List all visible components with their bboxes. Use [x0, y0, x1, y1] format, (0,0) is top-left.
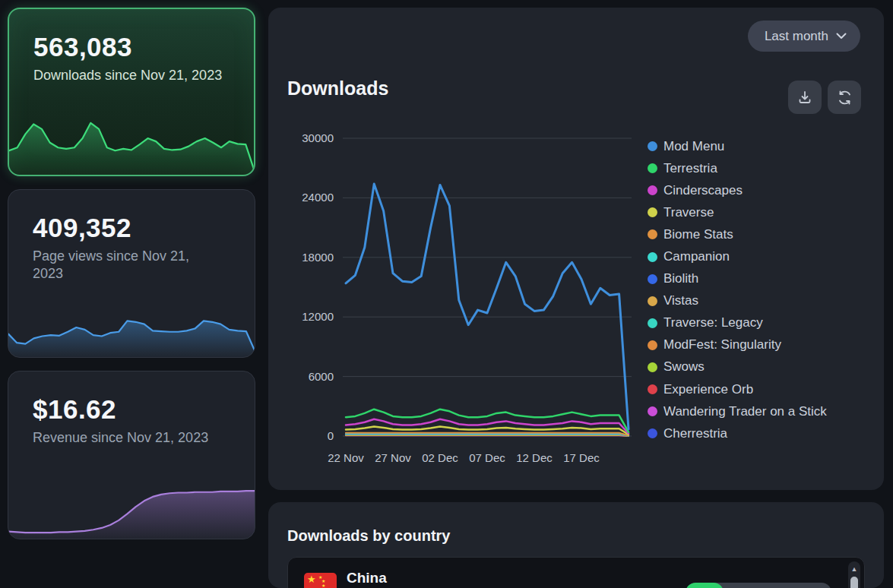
y-axis-tick-label: 30000	[268, 131, 334, 144]
legend-dot	[648, 185, 657, 195]
legend-dot	[648, 362, 657, 372]
downloads-chart: Mod MenuTerrestriaCinderscapesTraverseBi…	[268, 134, 884, 476]
legend-item[interactable]: ModFest: Singularity	[648, 334, 827, 356]
legend-dot	[648, 384, 657, 394]
country-panel-title: Downloads by country	[287, 527, 450, 545]
legend-dot	[648, 141, 657, 151]
y-axis-tick-label: 18000	[268, 251, 334, 264]
legend-label: Traverse: Legacy	[663, 315, 763, 330]
flag-star: ★	[307, 574, 316, 584]
chart-actions	[788, 81, 861, 114]
legend-label: Cherrestria	[663, 426, 727, 441]
legend-item[interactable]: Biome Stats	[648, 223, 827, 245]
stat-card-column: 563,083 Downloads since Nov 21, 2023 409…	[8, 8, 255, 588]
page-views-stat-value: 409,352	[33, 213, 255, 243]
downloads-stat-label: Downloads since Nov 21, 2023	[33, 67, 223, 84]
scrollbar-thumb[interactable]	[850, 577, 858, 588]
export-download-button[interactable]	[788, 81, 822, 114]
refresh-button[interactable]	[828, 81, 861, 114]
legend-dot	[648, 428, 657, 438]
legend-label: Cinderscapes	[663, 183, 743, 198]
page-views-stat-card: 409,352 Page views since Nov 21, 2023	[8, 189, 255, 358]
downloads-by-country-panel: Downloads by country ★ ★ ★ ★ ★ China	[268, 502, 884, 588]
legend-item[interactable]: Biolith	[648, 268, 827, 290]
revenue-sparkline	[8, 473, 255, 539]
legend-dot	[648, 252, 657, 262]
period-selector-dropdown[interactable]: Last month	[748, 21, 860, 52]
scrollbar-up-icon[interactable]: ▲	[848, 561, 860, 573]
downloads-panel-title: Downloads	[287, 77, 388, 100]
downloads-stat-text: 563,083 Downloads since Nov 21, 2023	[9, 9, 254, 84]
downloads-chart-plot[interactable]	[343, 134, 632, 439]
chart-legend: Mod MenuTerrestriaCinderscapesTraverseBi…	[648, 135, 827, 444]
legend-label: Mod Menu	[663, 139, 724, 154]
y-axis-tick-label: 0	[268, 429, 334, 442]
x-axis-tick-label: 12 Dec	[508, 451, 561, 464]
period-selector-label: Last month	[765, 29, 828, 44]
dashboard: 563,083 Downloads since Nov 21, 2023 409…	[0, 0, 893, 588]
legend-label: Vistas	[663, 293, 698, 308]
legend-label: Biome Stats	[663, 227, 733, 242]
page-views-stat-label: Page views since Nov 21, 2023	[33, 248, 223, 283]
x-axis-tick-label: 27 Nov	[366, 451, 420, 464]
legend-label: Swows	[663, 359, 705, 375]
y-axis-tick-label: 12000	[268, 310, 334, 323]
downloads-stat-value: 563,083	[33, 32, 254, 62]
legend-item[interactable]: Terrestria	[648, 157, 827, 179]
country-list-scrollbar[interactable]: ▲	[848, 561, 860, 588]
revenue-stat-card: $16.62 Revenue since Nov 21, 2023	[8, 371, 255, 539]
china-flag-icon: ★ ★ ★ ★ ★	[304, 573, 337, 588]
country-name: China	[347, 570, 387, 586]
legend-label: ModFest: Singularity	[663, 337, 781, 352]
legend-label: Terrestria	[663, 161, 717, 176]
chevron-down-icon	[836, 33, 847, 40]
legend-item[interactable]: Traverse: Legacy	[648, 312, 827, 334]
legend-item[interactable]: Wandering Trader on a Stick	[648, 400, 827, 422]
legend-dot	[648, 207, 657, 217]
legend-label: Biolith	[663, 271, 698, 286]
y-axis-tick-label: 6000	[268, 370, 334, 383]
downloads-stat-card: 563,083 Downloads since Nov 21, 2023	[8, 8, 255, 176]
revenue-stat-value: $16.62	[33, 394, 255, 425]
legend-item[interactable]: Experience Orb	[648, 378, 827, 400]
legend-dot	[648, 406, 657, 416]
legend-item[interactable]: Traverse	[648, 201, 827, 223]
legend-label: Campanion	[663, 249, 730, 264]
country-progress-fill	[686, 583, 724, 588]
legend-dot	[648, 229, 657, 239]
revenue-stat-label: Revenue since Nov 21, 2023	[33, 429, 223, 447]
legend-dot	[648, 340, 657, 350]
legend-item[interactable]: Cinderscapes	[648, 179, 827, 201]
legend-label: Experience Orb	[663, 382, 753, 397]
page-views-stat-text: 409,352 Page views since Nov 21, 2023	[8, 190, 255, 283]
legend-label: Traverse	[663, 205, 714, 220]
x-axis-tick-label: 17 Dec	[555, 451, 608, 464]
country-list: ★ ★ ★ ★ ★ China ▲	[287, 557, 865, 588]
legend-item[interactable]: Mod Menu	[648, 135, 827, 157]
legend-dot	[648, 163, 657, 173]
download-icon	[797, 90, 812, 105]
legend-dot	[648, 274, 657, 284]
legend-item[interactable]: Campanion	[648, 245, 827, 267]
refresh-icon	[837, 90, 853, 106]
legend-item[interactable]: Swows	[648, 356, 827, 378]
legend-dot	[648, 296, 657, 306]
legend-dot	[648, 318, 657, 328]
main-column: Last month Downloads	[268, 8, 884, 588]
downloads-sparkline	[9, 106, 254, 175]
y-axis-tick-label: 24000	[268, 191, 334, 204]
legend-label: Wandering Trader on a Stick	[663, 404, 827, 419]
legend-item[interactable]: Vistas	[648, 290, 827, 312]
country-row: ★ ★ ★ ★ ★ China	[288, 558, 864, 588]
page-views-sparkline	[8, 296, 255, 357]
country-progress-bar	[686, 583, 831, 588]
x-axis-tick-label: 07 Dec	[461, 451, 514, 464]
x-axis-tick-label: 02 Dec	[413, 451, 467, 464]
legend-item[interactable]: Cherrestria	[648, 422, 827, 444]
revenue-stat-text: $16.62 Revenue since Nov 21, 2023	[8, 371, 255, 447]
x-axis-tick-label: 22 Nov	[319, 451, 372, 464]
downloads-panel: Last month Downloads	[268, 8, 884, 490]
